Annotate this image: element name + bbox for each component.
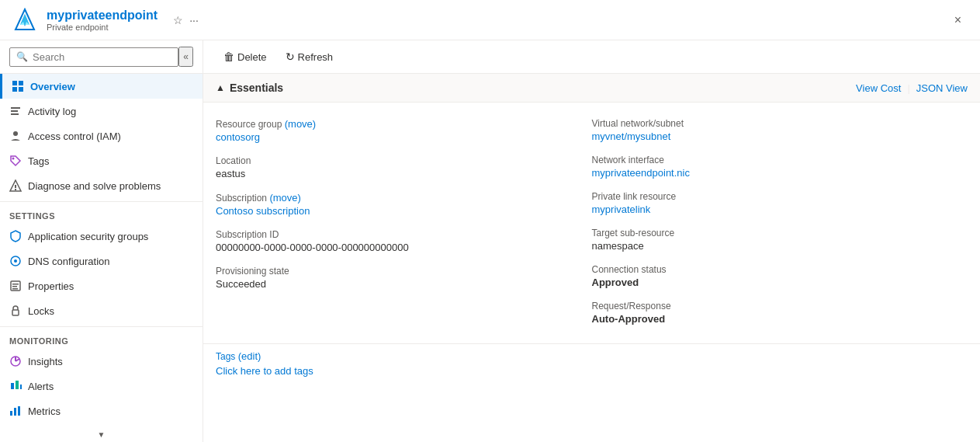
svg-rect-17 [12, 288, 18, 290]
subscription-move-link[interactable]: (move) [269, 192, 300, 204]
sidebar-item-tags-label: Tags [28, 155, 49, 167]
sidebar-item-properties-label: Properties [28, 280, 74, 292]
sidebar-item-activity-log-label: Activity log [28, 106, 76, 117]
prop-vnet: Virtual network/subnet myvnet/mysubnet [592, 112, 968, 148]
sidebar-item-diagnose[interactable]: Diagnose and solve problems [0, 173, 203, 198]
sidebar-item-dns-label: DNS configuration [28, 256, 110, 267]
private-link-value[interactable]: myprivatelink [592, 204, 651, 215]
alerts-icon [9, 380, 22, 392]
view-cost-link[interactable]: View Cost [856, 82, 901, 94]
refresh-icon: ↻ [286, 50, 295, 63]
svg-rect-7 [11, 113, 19, 115]
vnet-value[interactable]: myvnet/mysubnet [592, 131, 671, 142]
resource-group-value[interactable]: contosorg [216, 131, 260, 143]
sidebar-item-diagnose-label: Diagnose and solve problems [28, 180, 161, 192]
sidebar-item-tags[interactable]: Tags [0, 148, 203, 173]
logo [12, 8, 37, 33]
svg-rect-1 [12, 81, 17, 85]
scroll-down-indicator: ▼ [0, 427, 203, 442]
svg-point-9 [12, 158, 15, 160]
sidebar-item-app-security-groups[interactable]: Application security groups [0, 224, 203, 249]
search-input[interactable] [33, 51, 171, 63]
resource-group-move-link[interactable]: (move) [285, 118, 316, 130]
sidebar-item-insights[interactable]: Insights [0, 349, 203, 374]
essentials-section: ▲ Essentials View Cost | JSON View [203, 74, 980, 389]
sidebar-item-metrics[interactable]: Metrics [0, 398, 203, 423]
refresh-button[interactable]: ↻ Refresh [278, 47, 341, 67]
request-response-value: Auto-Approved [592, 313, 968, 325]
essentials-title: ▲ Essentials [216, 82, 283, 94]
delete-button[interactable]: 🗑 Delete [216, 47, 275, 67]
search-icon: 🔍 [16, 51, 28, 62]
prop-location: Location eastus [216, 149, 592, 186]
activity-log-icon [9, 105, 22, 117]
svg-rect-25 [18, 406, 20, 416]
sidebar-item-app-security-groups-label: Application security groups [28, 231, 148, 242]
resource-type: Private endpoint [47, 23, 158, 32]
sidebar-item-iam[interactable]: Access control (IAM) [0, 124, 203, 148]
content-area: 🗑 Delete ↻ Refresh ▲ Essentials View Cos… [203, 40, 980, 442]
tags-label: Tags (edit) [216, 350, 968, 362]
properties-right-column: Virtual network/subnet myvnet/mysubnet N… [592, 112, 968, 331]
network-interface-value[interactable]: myprivateendpoint.nic [592, 167, 690, 179]
svg-rect-2 [19, 81, 23, 85]
properties-icon [9, 280, 22, 292]
essentials-links: View Cost | JSON View [856, 82, 968, 94]
properties-grid: Resource group (move) contosorg Location… [203, 103, 980, 340]
collapse-icon: ▲ [216, 82, 225, 93]
sidebar-item-insights-label: Insights [28, 356, 63, 367]
settings-section-header: Settings [0, 201, 203, 224]
tags-edit-link[interactable]: (edit) [238, 350, 261, 362]
favorite-button[interactable]: ☆ [170, 11, 186, 30]
svg-rect-20 [11, 383, 14, 389]
sidebar-item-locks[interactable]: Locks [0, 298, 203, 323]
sidebar: 🔍 « Overview [0, 40, 203, 442]
prop-connection-status: Connection status Approved [592, 258, 968, 294]
monitoring-section-header: Monitoring [0, 326, 203, 349]
sidebar-item-dns-configuration[interactable]: DNS configuration [0, 249, 203, 273]
sidebar-collapse-button[interactable]: « [178, 47, 193, 67]
more-options-button[interactable]: ··· [186, 11, 202, 30]
sidebar-item-overview[interactable]: Overview [0, 74, 203, 99]
insights-icon [9, 355, 22, 367]
prop-target-sub-resource: Target sub-resource namespace [592, 221, 968, 258]
svg-rect-3 [12, 87, 17, 92]
svg-point-8 [13, 131, 18, 136]
svg-rect-6 [11, 110, 18, 112]
sidebar-item-iam-label: Access control (IAM) [28, 131, 121, 142]
tags-add-link[interactable]: Click here to add tags [216, 365, 313, 377]
diagnose-icon [9, 179, 22, 192]
prop-private-link: Private link resource myprivatelink [592, 185, 968, 221]
metrics-icon [9, 405, 22, 417]
subscription-value[interactable]: Contoso subscription [216, 205, 310, 217]
subscription-id-value: 00000000-0000-0000-0000-000000000000 [216, 242, 592, 253]
location-value: eastus [216, 168, 592, 179]
properties-left-column: Resource group (move) contosorg Location… [216, 112, 592, 331]
sidebar-nav: Overview Activity log Access control (IA… [0, 74, 203, 427]
prop-network-interface: Network interface myprivateendpoint.nic [592, 148, 968, 185]
main-layout: 🔍 « Overview [0, 40, 980, 442]
svg-rect-22 [20, 385, 22, 389]
toolbar: 🗑 Delete ↻ Refresh [203, 40, 980, 74]
delete-icon: 🗑 [223, 50, 234, 63]
close-button[interactable]: × [948, 10, 968, 30]
json-view-link[interactable]: JSON View [916, 82, 968, 94]
prop-request-response: Request/Response Auto-Approved [592, 294, 968, 331]
sidebar-item-alerts[interactable]: Alerts [0, 374, 203, 398]
connection-status-value: Approved [592, 277, 968, 288]
prop-provisioning-state: Provisioning state Succeeded [216, 259, 592, 296]
sidebar-item-properties[interactable]: Properties [0, 273, 203, 298]
tags-icon [9, 155, 22, 167]
essentials-header: ▲ Essentials View Cost | JSON View [203, 74, 980, 103]
prop-subscription: Subscription (move) Contoso subscription [216, 186, 592, 223]
locks-icon [9, 305, 22, 317]
sidebar-item-overview-label: Overview [30, 81, 75, 92]
resource-name: myprivateendpoint [47, 9, 158, 23]
svg-rect-10 [15, 185, 16, 188]
dns-icon [9, 255, 22, 267]
svg-rect-4 [19, 87, 23, 92]
header: myprivateendpoint Private endpoint ☆ ···… [0, 0, 980, 40]
header-title: myprivateendpoint Private endpoint [47, 9, 158, 32]
azure-logo [12, 8, 37, 33]
sidebar-item-activity-log[interactable]: Activity log [0, 99, 203, 124]
